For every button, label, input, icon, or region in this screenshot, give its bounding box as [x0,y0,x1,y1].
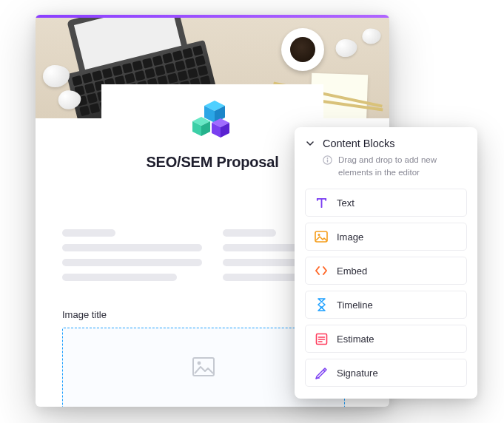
embed-icon [315,264,328,277]
skeleton-line [62,259,202,266]
svg-rect-14 [315,231,327,242]
block-label: Embed [337,265,367,277]
block-label: Timeline [337,300,373,311]
block-item-embed[interactable]: Embed [305,257,467,285]
timeline-icon [315,298,328,311]
image-icon [315,230,328,243]
svg-point-12 [327,158,329,159]
signature-icon [315,366,328,379]
paper-ball-illustration [43,65,70,87]
block-label: Signature [337,368,378,379]
chevron-down-icon [305,138,315,149]
coffee-mug-illustration [281,28,324,71]
block-item-image[interactable]: Image [305,223,467,251]
skeleton-line [223,229,276,237]
skeleton-line [62,274,177,281]
svg-rect-13 [327,160,328,163]
block-item-signature[interactable]: Signature [305,359,467,387]
panel-hint: Drag and drop to add new elements in the… [305,154,467,178]
block-item-estimate[interactable]: Estimate [305,325,467,353]
paper-ball-illustration [362,29,380,44]
block-item-text[interactable]: Text [305,189,467,217]
estimate-icon [315,332,328,345]
skeleton-line [62,244,202,251]
text-icon [315,196,328,209]
panel-title: Content Blocks [323,138,395,149]
svg-point-10 [198,362,201,365]
document-title[interactable]: SEO/SEM Proposal [101,154,323,171]
block-item-timeline[interactable]: Timeline [305,291,467,319]
panel-hint-text: Drag and drop to add new elements in the… [338,154,467,178]
logo-cubes-icon [188,101,237,142]
panel-header[interactable]: Content Blocks [305,138,467,149]
paper-ball-illustration [336,39,357,57]
svg-point-15 [318,234,320,236]
info-icon [323,155,332,164]
document-body: SEO/SEM Proposal [101,84,323,171]
skeleton-line [62,229,115,237]
svg-rect-9 [193,358,214,376]
block-label: Text [337,197,355,209]
block-label: Image [337,231,363,243]
block-label: Estimate [337,334,374,345]
content-blocks-panel: Content Blocks Drag and drop to add new … [295,127,477,399]
image-placeholder-icon [192,357,215,379]
